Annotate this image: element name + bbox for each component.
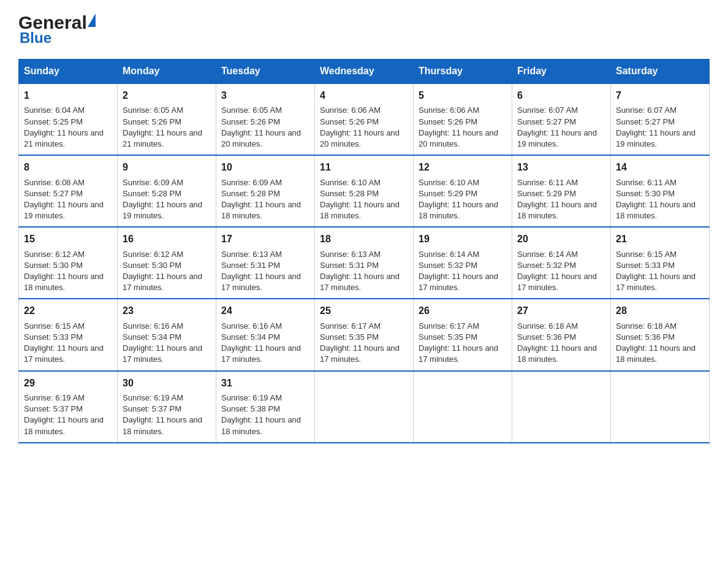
sunset-text: Sunset: 5:32 PM <box>517 261 576 270</box>
weekday-header-monday: Monday <box>118 59 216 84</box>
calendar-week-3: 15Sunrise: 6:12 AMSunset: 5:30 PMDayligh… <box>19 227 710 299</box>
day-number: 12 <box>419 161 507 174</box>
sunset-text: Sunset: 5:29 PM <box>419 189 477 198</box>
sunrise-text: Sunrise: 6:11 AM <box>517 178 578 187</box>
sunset-text: Sunset: 5:34 PM <box>123 332 181 342</box>
calendar-cell: 27Sunrise: 6:18 AMSunset: 5:36 PMDayligh… <box>512 299 611 370</box>
daylight-text: Daylight: 11 hours and 20 minutes. <box>221 128 301 148</box>
sunrise-text: Sunrise: 6:13 AM <box>320 250 381 259</box>
weekday-header-friday: Friday <box>512 59 611 84</box>
day-number: 31 <box>221 377 309 390</box>
day-number: 24 <box>221 304 309 318</box>
sunset-text: Sunset: 5:36 PM <box>517 332 576 342</box>
sunset-text: Sunset: 5:33 PM <box>24 332 83 342</box>
weekday-header-saturday: Saturday <box>611 59 710 84</box>
day-number: 8 <box>24 161 112 174</box>
daylight-text: Daylight: 11 hours and 18 minutes. <box>517 200 597 220</box>
daylight-text: Daylight: 11 hours and 17 minutes. <box>419 343 498 364</box>
daylight-text: Daylight: 11 hours and 18 minutes. <box>221 415 301 435</box>
calendar-table: SundayMondayTuesdayWednesdayThursdayFrid… <box>18 59 710 443</box>
day-number: 20 <box>517 232 605 246</box>
sunset-text: Sunset: 5:33 PM <box>616 261 675 270</box>
sunset-text: Sunset: 5:29 PM <box>517 189 576 198</box>
day-number: 23 <box>123 304 211 318</box>
day-number: 19 <box>419 232 507 246</box>
sunrise-text: Sunrise: 6:10 AM <box>419 178 479 187</box>
sunset-text: Sunset: 5:26 PM <box>320 117 379 126</box>
daylight-text: Daylight: 11 hours and 17 minutes. <box>123 272 202 292</box>
daylight-text: Daylight: 11 hours and 21 minutes. <box>24 128 104 148</box>
calendar-cell: 28Sunrise: 6:18 AMSunset: 5:36 PMDayligh… <box>611 299 710 370</box>
calendar-cell <box>512 371 611 443</box>
calendar-cell: 17Sunrise: 6:13 AMSunset: 5:31 PMDayligh… <box>216 227 315 299</box>
day-number: 7 <box>616 89 704 102</box>
daylight-text: Daylight: 11 hours and 17 minutes. <box>123 343 202 364</box>
calendar-cell: 2Sunrise: 6:05 AMSunset: 5:26 PMDaylight… <box>118 83 216 155</box>
calendar-cell: 29Sunrise: 6:19 AMSunset: 5:37 PMDayligh… <box>19 371 118 443</box>
sunset-text: Sunset: 5:31 PM <box>221 261 280 270</box>
calendar-cell: 21Sunrise: 6:15 AMSunset: 5:33 PMDayligh… <box>611 227 710 299</box>
daylight-text: Daylight: 11 hours and 18 minutes. <box>24 415 104 435</box>
weekday-header-wednesday: Wednesday <box>315 59 414 84</box>
calendar-cell <box>611 371 710 443</box>
day-number: 6 <box>517 89 605 102</box>
sunrise-text: Sunrise: 6:07 AM <box>616 105 677 115</box>
calendar-cell: 25Sunrise: 6:17 AMSunset: 5:35 PMDayligh… <box>315 299 414 370</box>
day-number: 13 <box>517 161 605 174</box>
calendar-cell: 26Sunrise: 6:17 AMSunset: 5:35 PMDayligh… <box>414 299 512 370</box>
sunrise-text: Sunrise: 6:08 AM <box>24 178 85 187</box>
day-number: 10 <box>221 161 309 174</box>
daylight-text: Daylight: 11 hours and 17 minutes. <box>24 343 104 364</box>
daylight-text: Daylight: 11 hours and 19 minutes. <box>123 200 202 220</box>
sunrise-text: Sunrise: 6:05 AM <box>221 105 282 115</box>
calendar-cell: 11Sunrise: 6:10 AMSunset: 5:28 PMDayligh… <box>315 155 414 227</box>
daylight-text: Daylight: 11 hours and 17 minutes. <box>221 343 301 364</box>
calendar-cell: 4Sunrise: 6:06 AMSunset: 5:26 PMDaylight… <box>315 83 414 155</box>
sunrise-text: Sunrise: 6:06 AM <box>419 105 479 115</box>
sunset-text: Sunset: 5:37 PM <box>123 404 181 413</box>
sunset-text: Sunset: 5:27 PM <box>24 189 83 198</box>
sunset-text: Sunset: 5:38 PM <box>221 404 280 413</box>
day-number: 18 <box>320 232 408 246</box>
sunrise-text: Sunrise: 6:13 AM <box>221 250 282 259</box>
calendar-cell: 16Sunrise: 6:12 AMSunset: 5:30 PMDayligh… <box>118 227 216 299</box>
day-number: 11 <box>320 161 408 174</box>
daylight-text: Daylight: 11 hours and 18 minutes. <box>419 200 498 220</box>
sunset-text: Sunset: 5:35 PM <box>320 332 379 342</box>
daylight-text: Daylight: 11 hours and 17 minutes. <box>320 343 400 364</box>
calendar-cell: 22Sunrise: 6:15 AMSunset: 5:33 PMDayligh… <box>19 299 118 370</box>
calendar-cell: 19Sunrise: 6:14 AMSunset: 5:32 PMDayligh… <box>414 227 512 299</box>
sunset-text: Sunset: 5:28 PM <box>320 189 379 198</box>
sunrise-text: Sunrise: 6:06 AM <box>320 105 381 115</box>
sunset-text: Sunset: 5:34 PM <box>221 332 280 342</box>
sunrise-text: Sunrise: 6:12 AM <box>24 250 85 259</box>
daylight-text: Daylight: 11 hours and 18 minutes. <box>123 415 202 435</box>
day-number: 5 <box>419 89 507 102</box>
calendar-cell: 12Sunrise: 6:10 AMSunset: 5:29 PMDayligh… <box>414 155 512 227</box>
sunrise-text: Sunrise: 6:19 AM <box>123 393 183 402</box>
calendar-cell: 3Sunrise: 6:05 AMSunset: 5:26 PMDaylight… <box>216 83 315 155</box>
day-number: 29 <box>24 377 112 390</box>
sunrise-text: Sunrise: 6:17 AM <box>419 321 479 331</box>
calendar-week-2: 8Sunrise: 6:08 AMSunset: 5:27 PMDaylight… <box>19 155 710 227</box>
calendar-cell: 24Sunrise: 6:16 AMSunset: 5:34 PMDayligh… <box>216 299 315 370</box>
day-number: 25 <box>320 304 408 318</box>
calendar-cell: 6Sunrise: 6:07 AMSunset: 5:27 PMDaylight… <box>512 83 611 155</box>
weekday-header-row: SundayMondayTuesdayWednesdayThursdayFrid… <box>19 59 710 84</box>
sunset-text: Sunset: 5:28 PM <box>221 189 280 198</box>
sunrise-text: Sunrise: 6:05 AM <box>123 105 183 115</box>
calendar-cell: 8Sunrise: 6:08 AMSunset: 5:27 PMDaylight… <box>19 155 118 227</box>
day-number: 2 <box>123 89 211 102</box>
calendar-cell: 10Sunrise: 6:09 AMSunset: 5:28 PMDayligh… <box>216 155 315 227</box>
calendar-cell: 7Sunrise: 6:07 AMSunset: 5:27 PMDaylight… <box>611 83 710 155</box>
sunset-text: Sunset: 5:31 PM <box>320 261 379 270</box>
day-number: 21 <box>616 232 704 246</box>
sunset-text: Sunset: 5:26 PM <box>419 117 477 126</box>
daylight-text: Daylight: 11 hours and 21 minutes. <box>123 128 202 148</box>
weekday-header-sunday: Sunday <box>19 59 118 84</box>
weekday-header-tuesday: Tuesday <box>216 59 315 84</box>
day-number: 3 <box>221 89 309 102</box>
calendar-cell: 18Sunrise: 6:13 AMSunset: 5:31 PMDayligh… <box>315 227 414 299</box>
daylight-text: Daylight: 11 hours and 17 minutes. <box>320 272 400 292</box>
sunrise-text: Sunrise: 6:19 AM <box>24 393 85 402</box>
